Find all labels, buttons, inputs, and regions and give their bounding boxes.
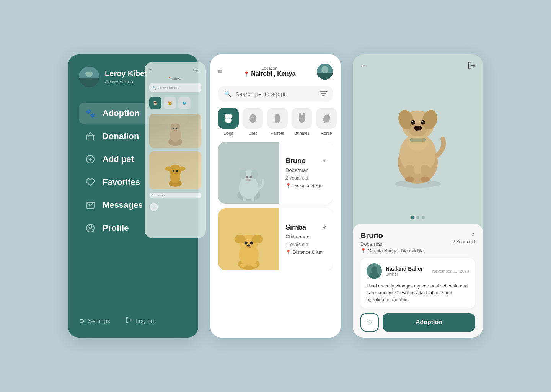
bruno-name: Bruno (285, 157, 306, 165)
sidebar-footer: ⚙ Settings Log out (79, 317, 187, 325)
bruno-photo (218, 142, 279, 204)
svg-point-23 (173, 170, 174, 172)
menu-icon[interactable]: ≡ (218, 68, 222, 76)
logout-label: Log out (135, 318, 156, 325)
settings-icon: ⚙ (79, 317, 85, 325)
cat-bunnies[interactable]: Bunnies (292, 108, 312, 136)
dogs-label: Dogs (223, 131, 233, 136)
svg-point-64 (240, 170, 246, 179)
owner-avatar (367, 263, 382, 279)
svg-point-53 (300, 118, 302, 119)
cat-parrots[interactable]: Parrots (267, 108, 288, 136)
svg-rect-59 (324, 121, 326, 123)
browse-location: Location 📍 Nairobi, Kenya (243, 66, 295, 77)
settings-button[interactable]: ⚙ Settings (79, 317, 110, 325)
svg-point-25 (174, 173, 176, 174)
svg-point-91 (411, 120, 415, 125)
svg-point-67 (249, 176, 252, 178)
detail-pet-name: Bruno (360, 231, 425, 240)
search-bar[interactable]: 🔍 (218, 86, 333, 102)
detail-bottom: Bruno Doberman 📍 Ongata Rongai. Maasai M… (353, 224, 483, 338)
detail-dog-image (376, 89, 460, 189)
owner-role: Owner (386, 272, 428, 276)
detail-logout-button[interactable] (468, 61, 476, 72)
pet-card-bruno[interactable]: Bruno ♂ Doberman 2 Years old 📍 Distance … (218, 142, 333, 204)
adopt-button[interactable]: Adoption (383, 313, 475, 332)
cat-horse[interactable]: Horse (316, 108, 337, 136)
bruno-name-row: Bruno ♂ (285, 157, 327, 165)
filter-icon[interactable] (320, 91, 327, 97)
svg-point-95 (414, 126, 422, 130)
location-label: Location (243, 66, 295, 70)
distance-pin2-icon: 📍 (285, 250, 291, 255)
bruno-info: Bruno ♂ Doberman 2 Years old 📍 Distance … (279, 142, 333, 204)
svg-point-80 (240, 263, 246, 267)
location-city: 📍 Nairobi, Kenya (243, 70, 295, 77)
detail-pet-breed: Doberman (360, 241, 425, 247)
donation-label: Donation (103, 131, 139, 141)
svg-rect-58 (328, 114, 329, 116)
favorites-label: Favorites (103, 177, 140, 187)
browse-panel: ≡ Location 📍 Nairobi, Kenya 🔍 (210, 54, 341, 338)
cat-cats[interactable]: Cats (243, 108, 263, 136)
svg-point-37 (229, 118, 230, 119)
svg-point-68 (246, 179, 251, 182)
detail-panel: ← (353, 54, 483, 338)
avatar (79, 67, 99, 87)
bruno-breed: Doberman (285, 167, 327, 173)
dot-1 (411, 216, 414, 219)
settings-label: Settings (88, 318, 110, 325)
search-icon: 🔍 (224, 90, 231, 97)
simba-distance: 📍 Distance 8 Km (285, 250, 327, 255)
cat-dogs[interactable]: Dogs (218, 108, 239, 136)
simba-name-row: Simba ♂ (285, 224, 327, 232)
svg-point-66 (246, 176, 248, 178)
owner-date: November 01, 2023 (432, 269, 469, 273)
bruno-distance: 📍 Distance 4 Km (285, 183, 327, 188)
svg-point-75 (252, 235, 263, 243)
owner-row: Haaland Baller Owner November 01, 2023 (367, 263, 469, 279)
svg-point-96 (415, 128, 417, 129)
simba-breed: Chihuahua (285, 234, 327, 240)
cats-icon-box (243, 108, 263, 129)
pet-card-simba[interactable]: Simba ♂ Chihuahua 1 Years old 📍 Distance… (218, 208, 333, 270)
search-input[interactable] (235, 91, 316, 97)
detail-back-button[interactable]: ← (360, 61, 367, 70)
simba-gender: ♂ (322, 224, 327, 231)
categories: Dogs Cats (218, 108, 333, 136)
simba-distance-text: Distance 8 Km (293, 250, 323, 255)
owner-name: Haaland Baller (386, 266, 428, 272)
detail-age: 2 Years old (453, 239, 475, 245)
bunnies-icon-box (292, 108, 312, 129)
dogs-icon-box (218, 108, 239, 129)
home-icon (85, 131, 96, 142)
logout-button[interactable]: Log out (126, 317, 156, 325)
svg-point-77 (250, 241, 253, 244)
owner-card: Haaland Baller Owner November 01, 2023 I… (360, 258, 475, 309)
svg-rect-57 (326, 115, 327, 118)
svg-point-94 (422, 121, 423, 122)
browse-header: ≡ Location 📍 Nairobi, Kenya (218, 64, 333, 80)
add-pet-label: Add pet (103, 154, 134, 164)
country-name: , Kenya (274, 70, 295, 77)
detail-pet-header: Bruno Doberman 📍 Ongata Rongai. Maasai M… (360, 231, 475, 253)
svg-point-20 (169, 165, 181, 176)
favorite-button[interactable]: ♡ (360, 313, 379, 332)
svg-point-76 (245, 241, 248, 244)
svg-point-15 (173, 128, 175, 130)
city-name: Nairobi (251, 70, 272, 77)
svg-point-97 (419, 128, 421, 129)
detail-photo-area: ← (353, 54, 483, 224)
cats-label: Cats (249, 131, 258, 136)
logout-icon (126, 317, 132, 325)
svg-point-81 (251, 263, 258, 267)
horse-icon-box (316, 108, 337, 129)
bruno-gender: ♂ (322, 158, 327, 165)
behind-pet1 (149, 114, 201, 148)
svg-point-74 (235, 235, 246, 243)
sidebar-user-info: Leroy Kibet Active status (105, 69, 147, 85)
detail-image-dots (411, 216, 425, 219)
detail-actions: ♡ Adoption (360, 313, 475, 332)
owner-message: I had recently changes my personal sched… (367, 283, 469, 303)
pet-list: Bruno ♂ Doberman 2 Years old 📍 Distance … (218, 142, 333, 270)
